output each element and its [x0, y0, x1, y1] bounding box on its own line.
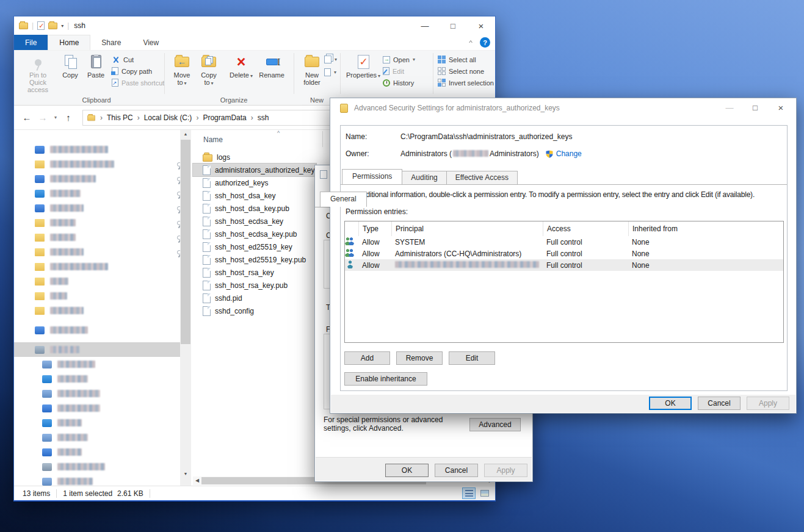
address-bar[interactable]: › This PC › Local Disk (C:) › ProgramDat…: [82, 110, 331, 126]
scroll-down-icon[interactable]: ▼: [180, 472, 191, 476]
invert-selection-button[interactable]: Invert selection: [438, 77, 494, 88]
file-row[interactable]: authorized_keys: [193, 176, 316, 189]
minimize-button[interactable]: —: [717, 98, 742, 117]
qat-customize-icon[interactable]: ▾: [61, 23, 63, 29]
remove-button[interactable]: Remove: [396, 351, 443, 365]
delete-button[interactable]: × Delete: [228, 53, 255, 80]
select-none-button[interactable]: Select none: [438, 66, 484, 76]
details-view-button[interactable]: [462, 487, 476, 499]
pin-to-quick-access-button[interactable]: Pin to Quick access: [20, 53, 56, 93]
sidebar-scrollbar[interactable]: ▲ ▼: [180, 130, 191, 486]
cut-button[interactable]: Cut: [112, 54, 134, 65]
copy-path-button[interactable]: Copy path: [112, 66, 152, 76]
enable-inheritance-button[interactable]: Enable inheritance: [344, 372, 427, 386]
ok-button[interactable]: OK: [649, 397, 692, 410]
ok-button[interactable]: OK: [385, 464, 429, 477]
column-principal[interactable]: Principal: [391, 221, 543, 236]
forward-icon[interactable]: →: [35, 112, 51, 123]
file-row[interactable]: ssh_host_ed25519_key.pub: [193, 253, 316, 266]
file-row[interactable]: ssh_host_rsa_key: [193, 266, 316, 279]
breadcrumb-segment[interactable]: › ssh: [247, 113, 269, 122]
breadcrumb-segment[interactable]: › ProgramData: [192, 113, 246, 122]
properties-button[interactable]: Properties: [347, 53, 379, 80]
column-access[interactable]: Access: [543, 221, 628, 236]
sidebar-item[interactable]: [14, 201, 191, 215]
sidebar-item[interactable]: [14, 186, 191, 201]
change-owner-link[interactable]: Change: [556, 149, 582, 158]
copy-to-button[interactable]: Copy to: [196, 53, 222, 87]
sidebar-item[interactable]: [14, 401, 191, 415]
help-icon[interactable]: ?: [480, 37, 490, 48]
minimize-ribbon-icon[interactable]: ^: [469, 39, 473, 46]
sidebar-item[interactable]: [14, 386, 191, 401]
column-type[interactable]: Type: [358, 221, 391, 236]
add-button[interactable]: Add: [344, 351, 390, 365]
file-row[interactable]: ssh_host_rsa_key.pub: [193, 279, 316, 292]
paste-shortcut-button[interactable]: Paste shortcut: [112, 77, 164, 88]
sidebar-item[interactable]: [14, 357, 191, 372]
tab-file[interactable]: File: [14, 35, 48, 50]
permission-row[interactable]: Allow SYSTEM Full control None: [345, 236, 783, 248]
sidebar-item[interactable]: [14, 372, 191, 386]
sidebar-item[interactable]: [14, 459, 191, 474]
back-icon[interactable]: ←: [19, 112, 35, 123]
sidebar-item[interactable]: [14, 171, 191, 186]
file-row[interactable]: ssh_host_dsa_key.pub: [193, 202, 316, 215]
history-button[interactable]: History: [383, 77, 414, 88]
tab-effective-access[interactable]: Effective Access: [446, 171, 518, 184]
file-row[interactable]: ssh_host_ecdsa_key.pub: [193, 228, 316, 240]
permission-row[interactable]: Allow Full control None: [345, 259, 783, 271]
scrollbar-thumb[interactable]: [181, 140, 190, 344]
recent-locations-icon[interactable]: ▾: [51, 115, 60, 120]
column-inherited-from[interactable]: Inherited from: [628, 221, 783, 236]
new-item-button[interactable]: ▾: [324, 67, 336, 77]
file-row[interactable]: ssh_host_ecdsa_key: [193, 215, 316, 228]
tab-permissions[interactable]: Permissions: [342, 169, 402, 184]
advanced-button[interactable]: Advanced: [469, 418, 521, 431]
file-row[interactable]: sshd_config: [193, 304, 316, 317]
new-folder-button[interactable]: New folder: [299, 53, 325, 86]
sidebar-item[interactable]: [14, 323, 191, 337]
column-divider[interactable]: [322, 131, 323, 147]
sidebar-item[interactable]: [14, 215, 191, 230]
sidebar-item[interactable]: [14, 245, 191, 259]
column-header-name[interactable]: Name: [203, 135, 223, 144]
sidebar-item[interactable]: [14, 142, 191, 157]
up-icon[interactable]: ↑: [60, 112, 76, 123]
easy-access-button[interactable]: ▾: [324, 54, 337, 65]
file-row[interactable]: logs: [193, 151, 316, 164]
open-button[interactable]: Open▾: [383, 54, 415, 65]
maximize-button[interactable]: □: [439, 16, 467, 35]
cancel-button[interactable]: Cancel: [435, 464, 478, 477]
sidebar-item[interactable]: [14, 474, 191, 486]
maximize-button[interactable]: □: [742, 98, 768, 117]
scroll-left-icon[interactable]: ◀: [195, 478, 199, 483]
rename-button[interactable]: Rename: [257, 53, 286, 79]
apply-button[interactable]: Apply: [484, 464, 527, 477]
file-row[interactable]: ssh_host_dsa_key: [193, 189, 316, 202]
sidebar-item[interactable]: [14, 274, 191, 289]
tab-general[interactable]: General: [320, 192, 367, 207]
file-row[interactable]: ssh_host_ed25519_key: [193, 240, 316, 253]
close-button[interactable]: ×: [768, 98, 794, 117]
tab-view[interactable]: View: [132, 35, 170, 50]
sidebar-item[interactable]: [14, 230, 191, 245]
copy-button[interactable]: Copy: [58, 53, 82, 79]
edit-button[interactable]: Edit: [383, 66, 404, 76]
sidebar-item[interactable]: [14, 157, 191, 171]
permission-row[interactable]: Allow Administrators (CC-HQ\Administrato…: [345, 248, 783, 259]
sidebar-item[interactable]: [14, 430, 191, 445]
close-button[interactable]: ×: [467, 16, 495, 35]
sidebar-item[interactable]: [14, 259, 191, 274]
sidebar-item[interactable]: [14, 445, 191, 459]
cancel-button[interactable]: Cancel: [698, 397, 741, 410]
tab-auditing[interactable]: Auditing: [402, 171, 446, 184]
apply-button[interactable]: Apply: [747, 397, 789, 410]
scroll-up-icon[interactable]: ▲: [180, 132, 191, 136]
tab-home[interactable]: Home: [48, 35, 90, 50]
properties-shortcut-icon[interactable]: [37, 21, 45, 30]
select-all-button[interactable]: Select all: [438, 54, 476, 65]
edit-button[interactable]: Edit: [449, 351, 495, 365]
file-row[interactable]: sshd.pid: [193, 292, 316, 304]
sidebar-item[interactable]: [14, 289, 191, 303]
